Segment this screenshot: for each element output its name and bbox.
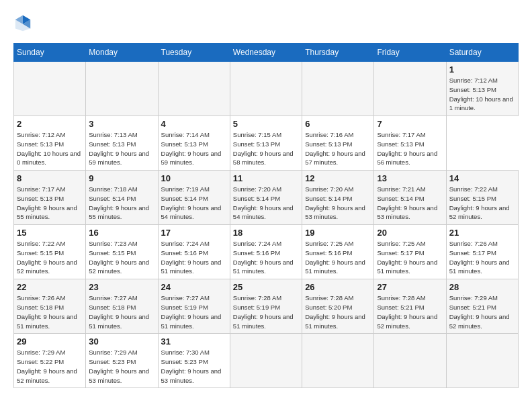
day-number: 12 (305, 173, 371, 183)
day-info: Sunrise: 7:15 AMSunset: 5:13 PMDaylight:… (233, 130, 299, 167)
day-number: 25 (233, 282, 299, 292)
day-info: Sunrise: 7:24 AMSunset: 5:16 PMDaylight:… (233, 239, 299, 276)
day-cell: 12Sunrise: 7:20 AMSunset: 5:14 PMDayligh… (302, 171, 374, 225)
day-info: Sunrise: 7:19 AMSunset: 5:14 PMDaylight:… (161, 185, 227, 222)
day-header-tuesday: Tuesday (158, 44, 230, 62)
day-cell: 21Sunrise: 7:26 AMSunset: 5:17 PMDayligh… (446, 225, 518, 279)
empty-cell (86, 62, 158, 116)
day-cell: 30Sunrise: 7:29 AMSunset: 5:23 PMDayligh… (86, 334, 158, 388)
day-number: 7 (377, 119, 443, 129)
day-info: Sunrise: 7:17 AMSunset: 5:13 PMDaylight:… (377, 130, 443, 167)
calendar-week-row: 29Sunrise: 7:29 AMSunset: 5:22 PMDayligh… (14, 334, 519, 388)
empty-cell (374, 62, 446, 116)
calendar-week-row: 15Sunrise: 7:22 AMSunset: 5:15 PMDayligh… (14, 225, 519, 279)
day-number: 19 (305, 228, 371, 238)
day-number: 16 (89, 228, 154, 238)
day-cell: 26Sunrise: 7:28 AMSunset: 5:20 PMDayligh… (302, 279, 374, 334)
empty-cell (374, 334, 446, 388)
day-info: Sunrise: 7:29 AMSunset: 5:21 PMDaylight:… (449, 293, 515, 330)
day-number: 11 (233, 173, 299, 183)
day-info: Sunrise: 7:28 AMSunset: 5:19 PMDaylight:… (233, 293, 299, 330)
day-number: 30 (89, 336, 154, 347)
day-info: Sunrise: 7:13 AMSunset: 5:13 PMDaylight:… (89, 130, 154, 167)
day-cell: 1Sunrise: 7:12 AMSunset: 5:13 PMDaylight… (446, 62, 518, 116)
calendar-week-row: 1Sunrise: 7:12 AMSunset: 5:13 PMDaylight… (14, 62, 519, 116)
day-info: Sunrise: 7:12 AMSunset: 5:13 PMDaylight:… (17, 130, 83, 167)
day-number: 4 (161, 119, 227, 129)
day-number: 29 (17, 336, 83, 347)
day-info: Sunrise: 7:17 AMSunset: 5:13 PMDaylight:… (17, 185, 83, 222)
logo (13, 13, 35, 32)
day-info: Sunrise: 7:26 AMSunset: 5:17 PMDaylight:… (449, 239, 515, 276)
day-header-thursday: Thursday (302, 44, 374, 62)
empty-cell (302, 334, 374, 388)
day-number: 1 (449, 64, 515, 75)
day-number: 23 (89, 282, 154, 292)
day-cell: 20Sunrise: 7:25 AMSunset: 5:17 PMDayligh… (374, 225, 446, 279)
day-info: Sunrise: 7:14 AMSunset: 5:13 PMDaylight:… (161, 130, 227, 167)
day-cell: 31Sunrise: 7:30 AMSunset: 5:23 PMDayligh… (158, 334, 230, 388)
day-number: 2 (17, 119, 83, 129)
day-info: Sunrise: 7:21 AMSunset: 5:14 PMDaylight:… (377, 185, 443, 222)
day-cell: 6Sunrise: 7:16 AMSunset: 5:13 PMDaylight… (302, 116, 374, 171)
day-number: 27 (377, 282, 443, 292)
empty-cell (230, 62, 302, 116)
day-info: Sunrise: 7:30 AMSunset: 5:23 PMDaylight:… (161, 348, 227, 385)
day-cell: 19Sunrise: 7:25 AMSunset: 5:16 PMDayligh… (302, 225, 374, 279)
day-cell: 29Sunrise: 7:29 AMSunset: 5:22 PMDayligh… (14, 334, 86, 388)
logo-icon (13, 13, 32, 32)
day-header-wednesday: Wednesday (230, 44, 302, 62)
day-number: 18 (233, 228, 299, 238)
day-cell: 9Sunrise: 7:18 AMSunset: 5:14 PMDaylight… (86, 171, 158, 225)
day-cell: 2Sunrise: 7:12 AMSunset: 5:13 PMDaylight… (14, 116, 86, 171)
day-cell: 28Sunrise: 7:29 AMSunset: 5:21 PMDayligh… (446, 279, 518, 334)
day-cell: 23Sunrise: 7:27 AMSunset: 5:18 PMDayligh… (86, 279, 158, 334)
day-info: Sunrise: 7:29 AMSunset: 5:22 PMDaylight:… (17, 348, 83, 385)
day-info: Sunrise: 7:22 AMSunset: 5:15 PMDaylight:… (449, 185, 515, 222)
day-number: 3 (89, 119, 154, 129)
day-cell: 4Sunrise: 7:14 AMSunset: 5:13 PMDaylight… (158, 116, 230, 171)
calendar-week-row: 22Sunrise: 7:26 AMSunset: 5:18 PMDayligh… (14, 279, 519, 334)
day-cell: 14Sunrise: 7:22 AMSunset: 5:15 PMDayligh… (446, 171, 518, 225)
empty-cell (158, 62, 230, 116)
day-info: Sunrise: 7:23 AMSunset: 5:15 PMDaylight:… (89, 239, 154, 276)
day-cell: 24Sunrise: 7:27 AMSunset: 5:19 PMDayligh… (158, 279, 230, 334)
empty-cell (446, 334, 518, 388)
day-number: 6 (305, 119, 371, 129)
day-number: 24 (161, 282, 227, 292)
day-cell: 3Sunrise: 7:13 AMSunset: 5:13 PMDaylight… (86, 116, 158, 171)
day-number: 14 (449, 173, 515, 183)
day-number: 22 (17, 282, 83, 292)
day-header-friday: Friday (374, 44, 446, 62)
day-info: Sunrise: 7:28 AMSunset: 5:21 PMDaylight:… (377, 293, 443, 330)
day-number: 21 (449, 228, 515, 238)
day-number: 8 (17, 173, 83, 183)
day-number: 15 (17, 228, 83, 238)
calendar-table: SundayMondayTuesdayWednesdayThursdayFrid… (13, 43, 519, 388)
day-cell: 13Sunrise: 7:21 AMSunset: 5:14 PMDayligh… (374, 171, 446, 225)
day-info: Sunrise: 7:22 AMSunset: 5:15 PMDaylight:… (17, 239, 83, 276)
day-cell: 15Sunrise: 7:22 AMSunset: 5:15 PMDayligh… (14, 225, 86, 279)
calendar-header-row: SundayMondayTuesdayWednesdayThursdayFrid… (14, 44, 519, 62)
day-number: 17 (161, 228, 227, 238)
day-cell: 25Sunrise: 7:28 AMSunset: 5:19 PMDayligh… (230, 279, 302, 334)
day-number: 9 (89, 173, 154, 183)
day-cell: 7Sunrise: 7:17 AMSunset: 5:13 PMDaylight… (374, 116, 446, 171)
day-cell: 27Sunrise: 7:28 AMSunset: 5:21 PMDayligh… (374, 279, 446, 334)
day-info: Sunrise: 7:27 AMSunset: 5:18 PMDaylight:… (89, 293, 154, 330)
day-info: Sunrise: 7:27 AMSunset: 5:19 PMDaylight:… (161, 293, 227, 330)
day-cell: 17Sunrise: 7:24 AMSunset: 5:16 PMDayligh… (158, 225, 230, 279)
empty-cell (302, 62, 374, 116)
page-header (13, 13, 519, 32)
day-cell: 18Sunrise: 7:24 AMSunset: 5:16 PMDayligh… (230, 225, 302, 279)
day-cell: 22Sunrise: 7:26 AMSunset: 5:18 PMDayligh… (14, 279, 86, 334)
day-number: 20 (377, 228, 443, 238)
empty-cell (14, 62, 86, 116)
day-header-saturday: Saturday (446, 44, 518, 62)
day-cell: 11Sunrise: 7:20 AMSunset: 5:14 PMDayligh… (230, 171, 302, 225)
day-info: Sunrise: 7:18 AMSunset: 5:14 PMDaylight:… (89, 185, 154, 222)
day-info: Sunrise: 7:24 AMSunset: 5:16 PMDaylight:… (161, 239, 227, 276)
day-info: Sunrise: 7:16 AMSunset: 5:13 PMDaylight:… (305, 130, 371, 167)
day-number: 5 (233, 119, 299, 129)
day-cell: 5Sunrise: 7:15 AMSunset: 5:13 PMDaylight… (230, 116, 302, 171)
